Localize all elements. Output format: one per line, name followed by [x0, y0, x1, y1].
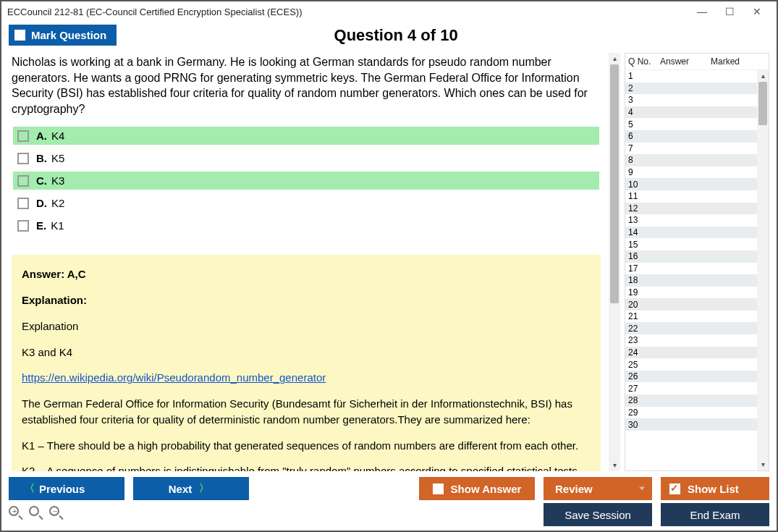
- close-icon[interactable]: ✕: [743, 6, 771, 17]
- grid-cell-qno: 15: [628, 240, 660, 250]
- answer-option[interactable]: C.K3: [13, 172, 599, 190]
- explanation-label: Explanation:: [22, 294, 87, 306]
- grid-row[interactable]: 19: [625, 287, 769, 299]
- scroll-up-icon[interactable]: ▴: [757, 70, 769, 82]
- answer-option[interactable]: A.K4: [13, 127, 599, 145]
- grid-row[interactable]: 16: [625, 250, 769, 263]
- show-list-label: Show List: [688, 483, 739, 495]
- grid-cell-qno: 1: [628, 71, 660, 81]
- grid-cell-qno: 22: [628, 324, 660, 334]
- scroll-down-icon[interactable]: ▾: [609, 460, 620, 471]
- grid-row[interactable]: 2: [625, 83, 769, 95]
- grid-row[interactable]: 8: [625, 154, 769, 166]
- grid-row[interactable]: 30: [625, 418, 769, 431]
- grid-row[interactable]: 27: [625, 382, 769, 394]
- grid-cell-qno: 10: [628, 180, 660, 190]
- grid-col-marked: Marked: [711, 56, 766, 67]
- grid-row[interactable]: 23: [625, 334, 769, 347]
- grid-row[interactable]: 6: [625, 130, 769, 143]
- grid-row[interactable]: 17: [625, 263, 769, 275]
- zoom-in-icon[interactable]: +: [9, 506, 25, 522]
- checkbox-icon: [14, 30, 25, 41]
- grid-cell-qno: 21: [628, 311, 660, 321]
- explanation-link[interactable]: https://en.wikipedia.org/wiki/Pseudorand…: [22, 371, 326, 384]
- scroll-down-icon[interactable]: ▾: [757, 459, 769, 470]
- grid-cell-qno: 4: [628, 107, 660, 117]
- grid-row[interactable]: 9: [625, 166, 769, 179]
- review-label: Review: [555, 483, 593, 495]
- answer-option[interactable]: E.K1: [13, 216, 599, 235]
- grid-row[interactable]: 12: [625, 203, 769, 215]
- grid-cell-qno: 24: [628, 347, 660, 358]
- show-answer-button[interactable]: Show Answer: [419, 477, 535, 500]
- checkbox-icon[interactable]: [17, 130, 29, 142]
- grid-row[interactable]: 15: [625, 238, 769, 250]
- end-exam-button[interactable]: End Exam: [661, 503, 769, 526]
- show-answer-label: Show Answer: [451, 483, 522, 495]
- grid-row[interactable]: 11: [625, 190, 769, 203]
- answer-heading: Answer: A,C: [22, 268, 86, 280]
- grid-row[interactable]: 5: [625, 118, 769, 130]
- checkbox-icon[interactable]: [17, 153, 29, 164]
- maximize-icon[interactable]: ☐: [716, 6, 743, 17]
- save-session-button[interactable]: Save Session: [544, 503, 652, 526]
- option-text: K1: [51, 219, 64, 232]
- grid-cell-qno: 23: [628, 335, 660, 345]
- review-dropdown[interactable]: Review: [544, 477, 652, 500]
- grid-row[interactable]: 20: [625, 298, 769, 311]
- grid-cell-qno: 17: [628, 263, 660, 274]
- show-list-button[interactable]: Show List: [661, 477, 769, 500]
- explanation-p2: K3 and K4: [22, 345, 591, 360]
- grid-row[interactable]: 13: [625, 214, 769, 227]
- grid-row[interactable]: 4: [625, 106, 769, 119]
- scrollbar-thumb[interactable]: [610, 64, 619, 303]
- grid-row[interactable]: 28: [625, 394, 769, 407]
- mark-question-button[interactable]: Mark Question: [9, 25, 117, 46]
- end-exam-label: End Exam: [690, 509, 740, 521]
- chevron-right-icon: 〉: [199, 482, 209, 495]
- option-text: K4: [51, 130, 64, 142]
- previous-label: Previous: [39, 483, 85, 495]
- checkbox-icon[interactable]: [17, 175, 29, 187]
- grid-header: Q No. Answer Marked: [625, 54, 769, 70]
- grid-scrollbar[interactable]: ▴ ▾: [757, 70, 769, 470]
- option-text: K5: [51, 152, 64, 164]
- grid-row[interactable]: 1: [625, 70, 769, 83]
- zoom-out-icon[interactable]: −: [49, 506, 65, 522]
- grid-row[interactable]: 3: [625, 94, 769, 106]
- answer-explanation-box: Answer: A,C Explanation: Explanation K3 …: [12, 255, 601, 471]
- answer-option[interactable]: B.K5: [13, 149, 599, 167]
- grid-row[interactable]: 7: [625, 143, 769, 155]
- question-scrollbar[interactable]: ▴ ▾: [609, 53, 620, 471]
- zoom-reset-icon[interactable]: [29, 506, 45, 522]
- next-button[interactable]: Next 〉: [133, 477, 249, 500]
- grid-row[interactable]: 24: [625, 347, 769, 359]
- grid-cell-qno: 7: [628, 143, 660, 153]
- minimize-icon[interactable]: —: [688, 6, 716, 17]
- grid-row[interactable]: 10: [625, 178, 769, 190]
- checkbox-icon: [433, 484, 444, 494]
- grid-cell-qno: 14: [628, 227, 660, 237]
- header-row: Mark Question Question 4 of 10: [1, 22, 777, 53]
- previous-button[interactable]: 〈 Previous: [9, 477, 124, 500]
- window-title: ECCouncil 212-81 (EC-Council Certified E…: [7, 7, 688, 17]
- checkbox-icon[interactable]: [17, 198, 29, 209]
- grid-row[interactable]: 25: [625, 358, 769, 371]
- grid-row[interactable]: 18: [625, 274, 769, 287]
- grid-row[interactable]: 22: [625, 322, 769, 334]
- scroll-up-icon[interactable]: ▴: [609, 53, 620, 64]
- grid-row[interactable]: 21: [625, 311, 769, 323]
- checkbox-icon[interactable]: [17, 220, 29, 232]
- explanation-p1: Explanation: [22, 318, 591, 334]
- question-text: Nicholas is working at a bank in Germany…: [9, 53, 604, 125]
- answer-option[interactable]: D.K2: [13, 194, 599, 212]
- grid-cell-qno: 6: [628, 131, 660, 141]
- grid-cell-qno: 8: [628, 155, 660, 165]
- grid-row[interactable]: 14: [625, 227, 769, 239]
- chevron-left-icon: 〈: [25, 482, 35, 495]
- scrollbar-thumb[interactable]: [758, 82, 767, 125]
- explanation-p4: K1 – There should be a high probability …: [22, 438, 591, 454]
- grid-row[interactable]: 29: [625, 407, 769, 419]
- explanation-p3: The German Federal Office for Informatio…: [22, 396, 591, 428]
- grid-row[interactable]: 26: [625, 371, 769, 383]
